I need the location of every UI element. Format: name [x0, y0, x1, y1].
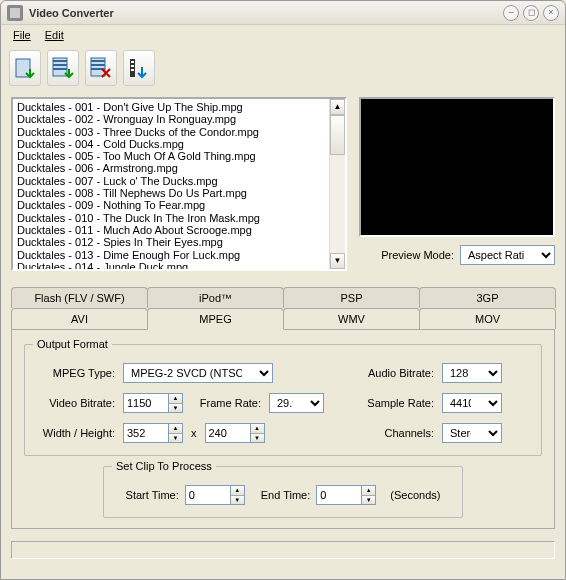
file-list-item[interactable]: Ducktales - 003 - Three Ducks of the Con… — [17, 126, 325, 138]
svg-rect-10 — [131, 61, 134, 63]
file-list-item[interactable]: Ducktales - 013 - Dime Enough For Luck.m… — [17, 249, 325, 261]
channels-label: Channels: — [354, 427, 434, 439]
file-list-item[interactable]: Ducktales - 001 - Don't Give Up The Ship… — [17, 101, 325, 113]
preview-mode-label: Preview Mode: — [381, 249, 454, 261]
end-time-input[interactable]: ▲▼ — [316, 485, 376, 505]
preview-mode-select[interactable]: Aspect Ratio — [460, 245, 555, 265]
mpeg-type-label: MPEG Type: — [35, 367, 115, 379]
frame-rate-select[interactable]: 29.97 — [269, 393, 324, 413]
add-files-button[interactable] — [9, 50, 41, 86]
menubar: File Edit — [1, 25, 565, 45]
video-bitrate-input[interactable]: ▲▼ — [123, 393, 183, 413]
clip-fieldset: Set Clip To Process Start Time: ▲▼ End T… — [103, 466, 463, 518]
output-format-legend: Output Format — [33, 338, 112, 350]
tab-avi[interactable]: AVI — [11, 308, 148, 329]
file-list-item[interactable]: Ducktales - 002 - Wronguay In Ronguay.mp… — [17, 113, 325, 125]
svg-rect-3 — [53, 64, 67, 66]
video-bitrate-label: Video Bitrate: — [35, 397, 115, 409]
status-bar — [11, 541, 555, 559]
tab-ipod-[interactable]: iPod™ — [147, 287, 284, 308]
scroll-thumb[interactable] — [330, 115, 345, 155]
convert-button[interactable] — [123, 50, 155, 86]
scroll-down-button[interactable]: ▼ — [330, 253, 345, 269]
svg-rect-4 — [53, 68, 67, 70]
sample-rate-select[interactable]: 44100 — [442, 393, 502, 413]
spinner-up-icon[interactable]: ▲ — [169, 394, 182, 404]
app-window: Video Converter – ◻ × File Edit Ducktale… — [0, 0, 566, 580]
seconds-label: (Seconds) — [390, 489, 440, 501]
width-input[interactable]: ▲▼ — [123, 423, 183, 443]
tab-mov[interactable]: MOV — [419, 308, 556, 329]
titlebar: Video Converter – ◻ × — [1, 1, 565, 25]
spinner-down-icon[interactable]: ▼ — [169, 404, 182, 413]
tab-panel-mpeg: Output Format MPEG Type: MPEG-2 SVCD (NT… — [11, 329, 555, 529]
clip-legend: Set Clip To Process — [112, 460, 216, 472]
file-list-item[interactable]: Ducktales - 014 - Jungle Duck.mpg — [17, 261, 325, 269]
svg-rect-2 — [53, 60, 67, 62]
file-list-scrollbar[interactable]: ▲ ▼ — [329, 99, 345, 269]
scroll-up-button[interactable]: ▲ — [330, 99, 345, 115]
file-list-item[interactable]: Ducktales - 008 - Till Nephews Do Us Par… — [17, 187, 325, 199]
file-list-item[interactable]: Ducktales - 005 - Too Much Of A Gold Thi… — [17, 150, 325, 162]
x-label: x — [191, 427, 197, 439]
tab-flash-flv-swf-[interactable]: Flash (FLV / SWF) — [11, 287, 148, 308]
svg-rect-11 — [131, 65, 134, 67]
tab-psp[interactable]: PSP — [283, 287, 420, 308]
file-list-item[interactable]: Ducktales - 007 - Luck o' The Ducks.mpg — [17, 175, 325, 187]
audio-bitrate-label: Audio Bitrate: — [354, 367, 434, 379]
height-input[interactable]: ▲▼ — [205, 423, 265, 443]
channels-select[interactable]: Stereo — [442, 423, 502, 443]
file-list-item[interactable]: Ducktales - 010 - The Duck In The Iron M… — [17, 212, 325, 224]
file-list[interactable]: Ducktales - 001 - Don't Give Up The Ship… — [11, 97, 347, 271]
end-time-label: End Time: — [261, 489, 311, 501]
file-list-item[interactable]: Ducktales - 006 - Armstrong.mpg — [17, 162, 325, 174]
svg-rect-7 — [91, 64, 105, 66]
scroll-track[interactable] — [330, 115, 345, 253]
add-folder-button[interactable] — [47, 50, 79, 86]
start-time-input[interactable]: ▲▼ — [185, 485, 245, 505]
maximize-button[interactable]: ◻ — [523, 5, 539, 21]
file-list-item[interactable]: Ducktales - 011 - Much Ado About Scrooge… — [17, 224, 325, 236]
svg-rect-12 — [131, 69, 134, 71]
audio-bitrate-select[interactable]: 128 — [442, 363, 502, 383]
file-list-item[interactable]: Ducktales - 009 - Nothing To Fear.mpg — [17, 199, 325, 211]
start-time-label: Start Time: — [126, 489, 179, 501]
width-height-label: Width / Height: — [35, 427, 115, 439]
mpeg-type-select[interactable]: MPEG-2 SVCD (NTSC) — [123, 363, 273, 383]
tab-mpeg[interactable]: MPEG — [147, 308, 284, 330]
window-title: Video Converter — [29, 7, 499, 19]
file-list-item[interactable]: Ducktales - 004 - Cold Ducks.mpg — [17, 138, 325, 150]
tab-wmv[interactable]: WMV — [283, 308, 420, 329]
output-format-fieldset: Output Format MPEG Type: MPEG-2 SVCD (NT… — [24, 344, 542, 456]
tab-3gp[interactable]: 3GP — [419, 287, 556, 308]
minimize-button[interactable]: – — [503, 5, 519, 21]
sample-rate-label: Sample Rate: — [354, 397, 434, 409]
svg-rect-6 — [91, 60, 105, 62]
app-icon — [7, 5, 23, 21]
menu-file[interactable]: File — [7, 27, 37, 43]
toolbar — [1, 45, 565, 91]
preview-area — [359, 97, 555, 237]
close-button[interactable]: × — [543, 5, 559, 21]
frame-rate-label: Frame Rate: — [191, 397, 261, 409]
file-list-item[interactable]: Ducktales - 012 - Spies In Their Eyes.mp… — [17, 236, 325, 248]
remove-button[interactable] — [85, 50, 117, 86]
menu-edit[interactable]: Edit — [39, 27, 70, 43]
